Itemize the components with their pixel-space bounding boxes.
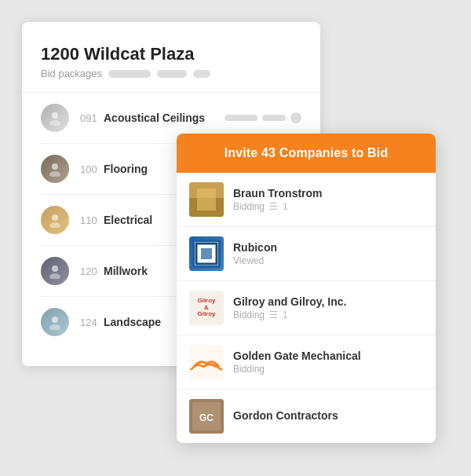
svg-point-8 [52,317,58,323]
company-logo-braun [189,182,224,217]
svg-point-1 [49,120,60,126]
svg-point-6 [52,265,58,272]
svg-point-3 [49,171,60,177]
svg-point-4 [52,214,58,221]
company-name: Gilroy and Gilroy, Inc. [233,295,423,308]
company-info: Golden Gate MechanicalBidding [233,350,423,375]
row-label: Electrical [104,214,152,226]
company-list-item[interactable]: RubiconViewed [177,227,436,281]
row-label: Acoustical Ceilings [104,112,205,124]
company-list-item[interactable]: Golden Gate MechanicalBidding [177,335,436,390]
company-name: Golden Gate Mechanical [233,350,423,362]
note-icon: ☰ [269,201,278,212]
svg-point-2 [52,163,58,170]
company-info: Gilroy and Gilroy, Inc.Bidding☰1 [233,295,423,320]
svg-point-0 [52,112,58,119]
company-status: Viewed [233,255,423,266]
company-logo-rubicon [189,236,224,271]
company-name: Rubicon [233,241,423,254]
bid-packages-subtitle: Bid packages [41,68,301,79]
note-count: 1 [283,201,288,212]
placeholder-pill-3 [193,70,210,78]
svg-rect-14 [201,248,212,259]
note-icon: ☰ [269,309,278,320]
row-number: 100 [80,163,104,175]
svg-point-9 [49,324,60,330]
avatar [41,155,69,183]
company-info: Gordon Contractors [233,409,423,423]
company-status: Bidding☰1 [233,201,423,212]
avatar [41,257,69,285]
project-title: 1200 Wildcat Plaza [41,44,301,64]
company-name: Gordon Contractors [233,409,423,422]
company-name: Braun Tronstrom [233,187,423,200]
row-number: 120 [80,265,104,277]
row-number: 091 [80,112,104,124]
svg-point-7 [49,273,60,279]
avatar [41,308,69,336]
svg-text:GC: GC [199,412,214,423]
company-list-item[interactable]: Gilroy&GilroyGilroy and Gilroy, Inc.Bidd… [177,281,436,335]
company-list-item[interactable]: Braun TronstromBidding☰1 [177,173,436,227]
row-label: Flooring [104,163,148,175]
status-text: Bidding [233,309,265,320]
company-logo-gordon: GC [189,399,224,434]
company-logo-gilroy: Gilroy&Gilroy [189,291,224,325]
status-text: Bidding [233,201,265,212]
company-status: Bidding [233,364,423,375]
company-status: Bidding☰1 [233,309,423,320]
invite-button[interactable]: Invite 43 Companies to Bid [177,134,436,173]
company-info: Braun TronstromBidding☰1 [233,187,423,212]
row-number: 124 [80,317,104,328]
placeholder-pill-2 [157,70,187,78]
placeholder-pill-1 [108,70,151,78]
status-text: Bidding [233,364,265,375]
company-list: Braun TronstromBidding☰1 RubiconViewedGi… [177,173,436,443]
company-info: RubiconViewed [233,241,423,266]
status-text: Viewed [233,255,264,266]
company-logo-golden [189,345,224,379]
front-card: Invite 43 Companies to Bid Braun Tronstr… [177,134,436,443]
avatar [41,104,69,132]
company-list-item[interactable]: GC Gordon Contractors [177,390,436,443]
svg-rect-12 [197,189,216,211]
svg-point-5 [49,222,60,228]
row-label: Landscape [104,316,161,328]
avatar [41,206,69,234]
row-label: Millwork [104,265,148,277]
svg-rect-15 [189,345,224,379]
note-count: 1 [283,309,288,320]
row-number: 110 [80,214,104,226]
